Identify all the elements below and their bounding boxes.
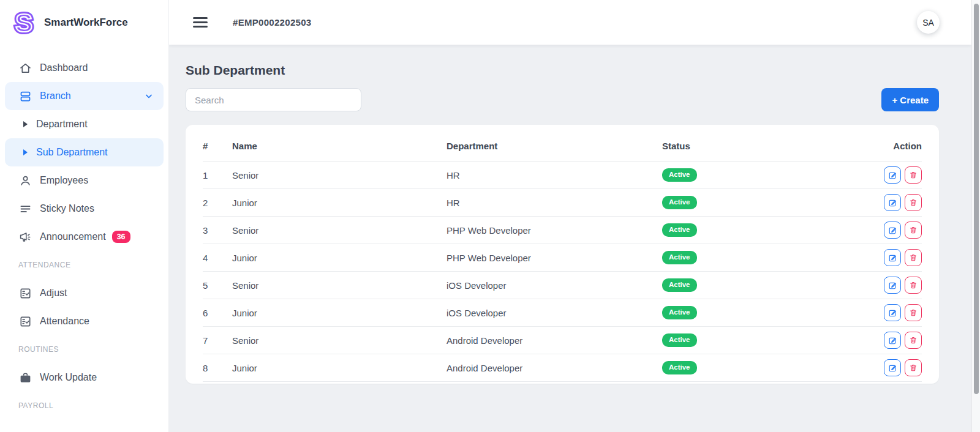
clipboard-check-icon	[18, 286, 32, 300]
delete-button[interactable]	[905, 332, 922, 349]
delete-button[interactable]	[905, 194, 922, 211]
edit-button[interactable]	[884, 166, 901, 184]
avatar[interactable]: SA	[917, 11, 940, 34]
row-num: 2	[203, 189, 232, 217]
sub-department-table: # Name Department Status Action 1 Senior…	[203, 125, 922, 384]
app-name: SmartWorkForce	[44, 17, 128, 29]
status-badge: Active	[662, 223, 697, 237]
status-badge: Active	[662, 251, 697, 264]
sidebar-item-adjust[interactable]: Adjust	[0, 279, 168, 307]
edit-button[interactable]	[884, 332, 901, 349]
row-name: Junior	[232, 244, 447, 272]
table-row: 8 Junior Android Developer Active	[203, 354, 922, 382]
edit-button[interactable]	[884, 304, 901, 321]
table-row: 9 Senior Flutter Developer Active	[203, 382, 922, 384]
row-num: 8	[203, 354, 232, 382]
sidebar-item-sub-department[interactable]: Sub Department	[5, 138, 164, 166]
row-department: Flutter Developer	[447, 382, 662, 384]
table-row: 2 Junior HR Active	[203, 189, 922, 217]
row-department: Android Developer	[447, 354, 662, 382]
table-card: # Name Department Status Action 1 Senior…	[186, 125, 939, 384]
table-row: 1 Senior HR Active	[203, 162, 922, 189]
sidebar-item-label: Department	[36, 119, 88, 130]
sidebar-item-department[interactable]: Department	[0, 110, 168, 138]
sidebar-section-attendance: ATTENDANCE	[0, 251, 168, 279]
page-title: Sub Department	[186, 63, 939, 78]
megaphone-icon	[18, 230, 32, 244]
status-badge: Active	[662, 361, 697, 374]
sidebar-item-sticky-notes[interactable]: Sticky Notes	[0, 195, 168, 223]
main-content: Sub Department + Create # Name Departmen…	[169, 45, 971, 432]
delete-button[interactable]	[905, 249, 922, 266]
row-name: Senior	[232, 327, 447, 354]
sidebar-item-label: Dashboard	[40, 62, 88, 73]
clipboard-check-icon	[18, 315, 32, 328]
delete-button[interactable]	[905, 222, 922, 239]
chevron-down-icon	[144, 91, 154, 101]
sidebar-item-dashboard[interactable]: Dashboard	[0, 54, 168, 82]
status-badge: Active	[662, 168, 697, 182]
sidebar-item-label: Attendance	[40, 316, 89, 327]
delete-button[interactable]	[905, 359, 922, 376]
lines-icon	[18, 202, 32, 215]
edit-button[interactable]	[884, 359, 901, 376]
sidebar-item-label: Announcement	[40, 231, 106, 242]
status-badge: Active	[662, 333, 697, 347]
edit-button[interactable]	[884, 194, 901, 211]
sidebar-item-branch[interactable]: Branch	[5, 82, 164, 110]
caret-right-icon	[23, 149, 28, 155]
row-name: Junior	[232, 299, 447, 327]
column-header-num: #	[203, 125, 232, 162]
row-num: 7	[203, 327, 232, 354]
table-body: 1 Senior HR Active 2 Junior HR A	[203, 162, 922, 384]
sidebar-item-label: Work Update	[40, 372, 97, 383]
sidebar-item-work-update[interactable]: Work Update	[0, 363, 168, 392]
edit-button[interactable]	[884, 249, 901, 266]
row-name: Senior	[232, 162, 447, 189]
row-name: Junior	[232, 189, 447, 217]
sidebar-section-payroll: PAYROLL	[0, 392, 168, 420]
sidebar: S S SmartWorkForce Dashboard Branch Dep	[0, 0, 169, 432]
announcement-count-badge: 36	[112, 231, 130, 243]
row-num: 6	[203, 299, 232, 327]
row-department: iOS Developer	[447, 272, 662, 299]
edit-button[interactable]	[884, 222, 901, 239]
delete-button[interactable]	[905, 304, 922, 321]
scrollbar-thumb[interactable]	[974, 4, 979, 394]
row-num: 3	[203, 217, 232, 244]
record-id: #EMP0002202503	[233, 17, 311, 28]
table-row: 6 Junior iOS Developer Active	[203, 299, 922, 327]
row-department: Android Developer	[447, 327, 662, 354]
row-num: 9	[203, 382, 232, 384]
hamburger-menu-icon[interactable]	[193, 17, 208, 28]
row-department: iOS Developer	[447, 299, 662, 327]
table-row: 5 Senior iOS Developer Active	[203, 272, 922, 299]
scrollbar-track	[971, 0, 980, 432]
person-icon	[18, 174, 32, 187]
sidebar-item-attendance[interactable]: Attendance	[0, 307, 168, 335]
create-button[interactable]: + Create	[881, 88, 939, 111]
sidebar-section-routines: ROUTINES	[0, 335, 168, 363]
branch-icon	[18, 89, 32, 103]
caret-right-icon	[23, 121, 28, 127]
app-logo-icon: S S	[10, 9, 38, 37]
row-name: Senior	[232, 382, 447, 384]
sidebar-item-label: Sub Department	[36, 147, 108, 158]
status-badge: Active	[662, 278, 697, 292]
sidebar-item-label: Branch	[40, 91, 71, 102]
edit-button[interactable]	[884, 277, 901, 294]
row-department: HR	[447, 162, 662, 189]
status-badge: Active	[662, 196, 697, 209]
table-row: 4 Junior PHP Web Developer Active	[203, 244, 922, 272]
row-department: PHP Web Developer	[447, 217, 662, 244]
delete-button[interactable]	[905, 277, 922, 294]
delete-button[interactable]	[905, 166, 922, 184]
sidebar-item-announcement[interactable]: Announcement 36	[0, 223, 168, 251]
sidebar-item-label: Sticky Notes	[40, 203, 94, 214]
status-badge: Active	[662, 306, 697, 319]
briefcase-icon	[18, 371, 32, 384]
row-department: HR	[447, 189, 662, 217]
brand-header: S S SmartWorkForce	[0, 0, 168, 54]
sidebar-item-employees[interactable]: Employees	[0, 166, 168, 195]
search-input[interactable]	[186, 88, 361, 111]
